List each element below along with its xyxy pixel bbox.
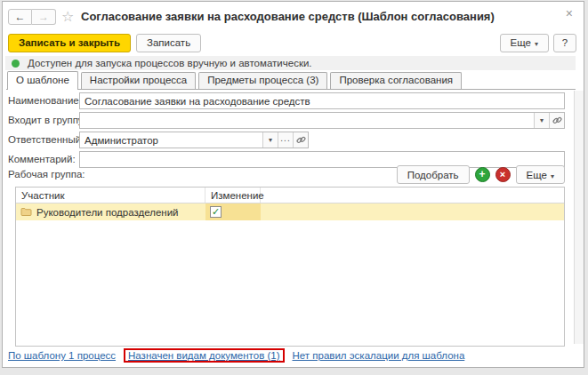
annotation-highlight-box: Назначен видам документов (1): [124, 348, 284, 363]
responsible-field: ▾ ...: [79, 132, 309, 148]
chevron-down-icon: ▾: [535, 40, 538, 48]
back-button[interactable]: ←: [8, 9, 32, 25]
chevron-down-icon: ▾: [269, 137, 272, 144]
comment-label: Комментарий:: [8, 154, 76, 164]
name-label: Наименование:: [8, 95, 82, 106]
command-bar: Записать и закрыть Записать Еще▾ ?: [3, 29, 584, 56]
group-dropdown-button[interactable]: ▾: [534, 113, 549, 128]
window-title: Согласование заявки на расходование сред…: [81, 10, 495, 23]
row-filler: [261, 203, 564, 220]
responsible-choose-button[interactable]: ...: [278, 132, 293, 148]
responsible-dropdown-button[interactable]: ▾: [262, 132, 278, 148]
add-row-button[interactable]: +: [475, 167, 490, 182]
folder-icon: [20, 207, 32, 217]
workgroup-more-button[interactable]: Еще▾: [516, 165, 565, 184]
command-bar-right: Еще▾ ?: [500, 34, 576, 52]
tab-strip: О шаблоне Настройки процесса Предметы пр…: [6, 72, 576, 90]
workgroup-toolbar: Подобрать + × Еще▾: [397, 165, 565, 184]
responsible-label: Ответственный:: [8, 134, 84, 145]
tab-about-template[interactable]: О шаблоне: [7, 71, 78, 90]
check-icon: ✓: [212, 207, 220, 217]
link-icon: [296, 135, 306, 145]
pick-button[interactable]: Подобрать: [397, 165, 470, 184]
participant-cell[interactable]: Руководители подразделений: [16, 203, 205, 220]
responsible-open-button[interactable]: [293, 132, 308, 148]
chevron-down-icon: ▾: [551, 172, 554, 180]
tab-process-subjects[interactable]: Предметы процесса (3): [198, 72, 327, 89]
footer-links: По шаблону 1 процесс Назначен видам доку…: [8, 348, 464, 363]
table-row[interactable]: Руководители подразделений ✓: [16, 203, 564, 220]
more-button[interactable]: Еще▾: [500, 34, 549, 52]
nav-button-group: ← →: [8, 9, 56, 25]
assigned-document-kinds-link[interactable]: Назначен видам документов (1): [128, 350, 279, 361]
titlebar: ← → ☆ Согласование заявки на расходовани…: [3, 2, 584, 29]
template-form-window: ← → ☆ Согласование заявки на расходовани…: [2, 1, 584, 368]
group-input[interactable]: [80, 113, 534, 128]
tab-approval-check[interactable]: Проверка согласования: [330, 72, 462, 89]
forward-button[interactable]: →: [32, 9, 56, 25]
help-button[interactable]: ?: [553, 34, 576, 52]
close-icon[interactable]: ×: [566, 6, 573, 20]
favorite-star-icon[interactable]: ☆: [61, 8, 74, 25]
no-escalation-rules-link[interactable]: Нет правил эскалации для шаблона: [293, 350, 465, 361]
column-header-change[interactable]: Изменение: [205, 188, 261, 203]
workgroup-label: Рабочая группа:: [8, 169, 85, 180]
delete-row-button[interactable]: ×: [495, 167, 511, 182]
group-field: ▾: [79, 112, 565, 129]
link-icon: [552, 116, 562, 125]
change-cell[interactable]: ✓: [205, 203, 261, 220]
responsible-input[interactable]: [80, 132, 262, 148]
change-checkbox[interactable]: ✓: [210, 206, 222, 218]
table-header-row: Участник Изменение: [16, 188, 564, 203]
save-button[interactable]: Записать: [136, 34, 201, 52]
name-input[interactable]: [79, 92, 565, 109]
group-open-button[interactable]: [549, 113, 564, 128]
save-and-close-button[interactable]: Записать и закрыть: [8, 34, 131, 52]
status-text: Доступен для запуска процессов вручную и…: [28, 58, 312, 68]
scrollbar-track[interactable]: [574, 91, 584, 344]
group-label: Входит в группу:: [8, 115, 86, 125]
tab-process-settings[interactable]: Настройки процесса: [81, 72, 196, 89]
workgroup-more-label: Еще: [527, 170, 547, 180]
participants-table: Участник Изменение Руководители подразде…: [15, 187, 565, 347]
more-button-label: Еще: [511, 37, 531, 48]
participant-name: Руководители подразделений: [36, 207, 179, 218]
status-bar: Доступен для запуска процессов вручную и…: [5, 56, 576, 70]
status-dot-icon: [12, 60, 20, 68]
processes-by-template-link[interactable]: По шаблону 1 процесс: [8, 350, 116, 361]
chevron-down-icon: ▾: [540, 117, 544, 124]
column-header-participant[interactable]: Участник: [16, 188, 205, 203]
